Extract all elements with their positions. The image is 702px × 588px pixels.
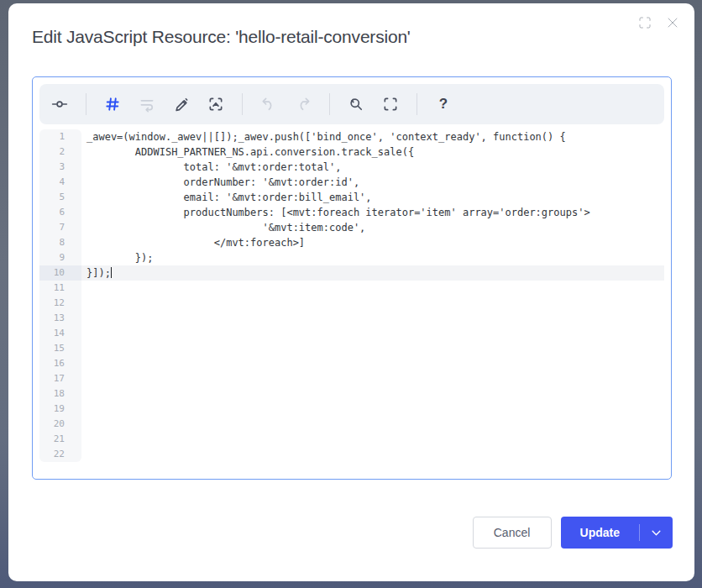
line-number: 7 bbox=[39, 220, 81, 235]
code-line-text: productNumbers: [<mvt:foreach iterator='… bbox=[81, 205, 664, 220]
code-line-text: total: '&mvt:order:total', bbox=[81, 160, 664, 175]
line-numbers-icon[interactable] bbox=[104, 96, 121, 113]
code-line-text: }]); bbox=[81, 265, 664, 281]
code-line-text bbox=[81, 386, 664, 402]
line-number: 5 bbox=[39, 190, 81, 205]
line-number: 20 bbox=[39, 417, 81, 432]
line-number: 11 bbox=[39, 281, 81, 296]
update-split-button: Update bbox=[561, 517, 673, 549]
line-number: 1 bbox=[39, 129, 81, 144]
toolbar-divider bbox=[329, 93, 330, 115]
dialog-footer: Cancel Update bbox=[473, 517, 673, 549]
line-number: 12 bbox=[39, 296, 81, 311]
search-replace-icon[interactable] bbox=[348, 96, 364, 113]
line-number: 17 bbox=[39, 371, 81, 386]
toolbar-divider bbox=[416, 93, 417, 115]
dialog-title: Edit JavaScript Resource: 'hello-retail-… bbox=[32, 27, 411, 47]
code-row[interactable]: 11 bbox=[39, 281, 664, 296]
git-commit-icon[interactable] bbox=[51, 96, 68, 113]
line-number: 6 bbox=[39, 205, 81, 220]
code-row[interactable]: 14 bbox=[39, 326, 664, 341]
code-line-text: }); bbox=[81, 250, 664, 265]
line-number: 21 bbox=[39, 432, 81, 447]
line-number: 19 bbox=[39, 402, 81, 417]
word-wrap-icon bbox=[139, 96, 155, 113]
dialog-header-actions bbox=[637, 14, 681, 31]
code-row[interactable]: 4 orderNumber: '&mvt:order:id', bbox=[39, 175, 664, 190]
chevron-down-icon bbox=[651, 529, 662, 537]
pen-icon[interactable] bbox=[173, 96, 190, 113]
line-number: 8 bbox=[39, 235, 81, 250]
help-icon[interactable]: ? bbox=[435, 96, 452, 113]
close-icon[interactable] bbox=[664, 14, 681, 31]
code-editor[interactable]: ? 1_awev=(window._awev||[]);_awev.push([… bbox=[32, 76, 672, 480]
code-line-text: ADDWISH_PARTNER_NS.api.conversion.track_… bbox=[81, 144, 664, 160]
update-button[interactable]: Update bbox=[561, 517, 639, 549]
code-row[interactable]: 7 '&mvt:item:code', bbox=[39, 220, 664, 235]
code-row[interactable]: 9 }); bbox=[39, 250, 664, 265]
line-number: 16 bbox=[39, 356, 81, 371]
code-line-text bbox=[81, 281, 664, 296]
code-line-text bbox=[81, 432, 664, 447]
page-backdrop: { "dialog": { "title": "Edit JavaScript … bbox=[0, 0, 702, 588]
code-row[interactable]: 13 bbox=[39, 311, 664, 326]
code-line-text bbox=[81, 326, 664, 341]
code-line-text bbox=[81, 311, 664, 326]
code-line-text bbox=[81, 341, 664, 356]
code-lines[interactable]: 1_awev=(window._awev||[]);_awev.push(['b… bbox=[39, 129, 664, 462]
code-line-text bbox=[81, 402, 664, 417]
code-row[interactable]: 15 bbox=[39, 341, 664, 356]
code-row[interactable]: 18 bbox=[39, 386, 664, 402]
code-row[interactable]: 6 productNumbers: [<mvt:foreach iterator… bbox=[39, 205, 664, 220]
redo-icon bbox=[295, 96, 312, 113]
line-number: 9 bbox=[39, 250, 81, 265]
code-row[interactable]: 3 total: '&mvt:order:total', bbox=[39, 160, 664, 175]
code-row[interactable]: 10}]); bbox=[39, 265, 664, 281]
code-line-text: orderNumber: '&mvt:order:id', bbox=[81, 175, 664, 190]
code-line-text: _awev=(window._awev||[]);_awev.push(['bi… bbox=[81, 129, 664, 144]
code-line-text bbox=[81, 447, 664, 462]
code-row[interactable]: 20 bbox=[39, 417, 664, 432]
line-number: 22 bbox=[39, 447, 81, 462]
code-row[interactable]: 8 </mvt:foreach>] bbox=[39, 235, 664, 250]
edit-resource-dialog: Edit JavaScript Resource: 'hello-retail-… bbox=[8, 3, 694, 581]
code-row[interactable]: 12 bbox=[39, 296, 664, 311]
toolbar-divider bbox=[242, 93, 243, 115]
code-row[interactable]: 21 bbox=[39, 432, 664, 447]
code-row[interactable]: 2 ADDWISH_PARTNER_NS.api.conversion.trac… bbox=[39, 144, 664, 160]
code-row[interactable]: 5 email: '&mvt:order:bill_email', bbox=[39, 190, 664, 205]
code-row[interactable]: 22 bbox=[39, 447, 664, 462]
cancel-button[interactable]: Cancel bbox=[473, 517, 552, 549]
code-line-text: email: '&mvt:order:bill_email', bbox=[81, 190, 664, 205]
code-row[interactable]: 1_awev=(window._awev||[]);_awev.push(['b… bbox=[39, 129, 664, 144]
code-line-text bbox=[81, 356, 664, 371]
undo-icon bbox=[260, 96, 277, 113]
code-row[interactable]: 17 bbox=[39, 371, 664, 386]
toolbar-divider bbox=[86, 93, 86, 115]
line-number: 14 bbox=[39, 326, 81, 341]
scan-image-icon[interactable] bbox=[207, 96, 224, 113]
expand-icon[interactable] bbox=[637, 14, 653, 31]
code-line-text: '&mvt:item:code', bbox=[81, 220, 664, 235]
line-number: 4 bbox=[39, 175, 81, 190]
text-cursor bbox=[111, 267, 112, 278]
line-number: 18 bbox=[39, 386, 81, 402]
line-number: 15 bbox=[39, 341, 81, 356]
code-line-text: </mvt:foreach>] bbox=[81, 235, 664, 250]
fullscreen-icon[interactable] bbox=[382, 96, 399, 113]
code-row[interactable]: 19 bbox=[39, 402, 664, 417]
line-number: 10 bbox=[39, 265, 81, 281]
line-number: 2 bbox=[39, 144, 81, 160]
line-number: 3 bbox=[39, 160, 81, 175]
code-row[interactable]: 16 bbox=[39, 356, 664, 371]
code-line-text bbox=[81, 371, 664, 386]
line-number: 13 bbox=[39, 311, 81, 326]
code-line-text bbox=[81, 417, 664, 432]
editor-toolbar: ? bbox=[39, 84, 664, 124]
code-line-text bbox=[81, 296, 664, 311]
update-dropdown-button[interactable] bbox=[640, 517, 673, 549]
